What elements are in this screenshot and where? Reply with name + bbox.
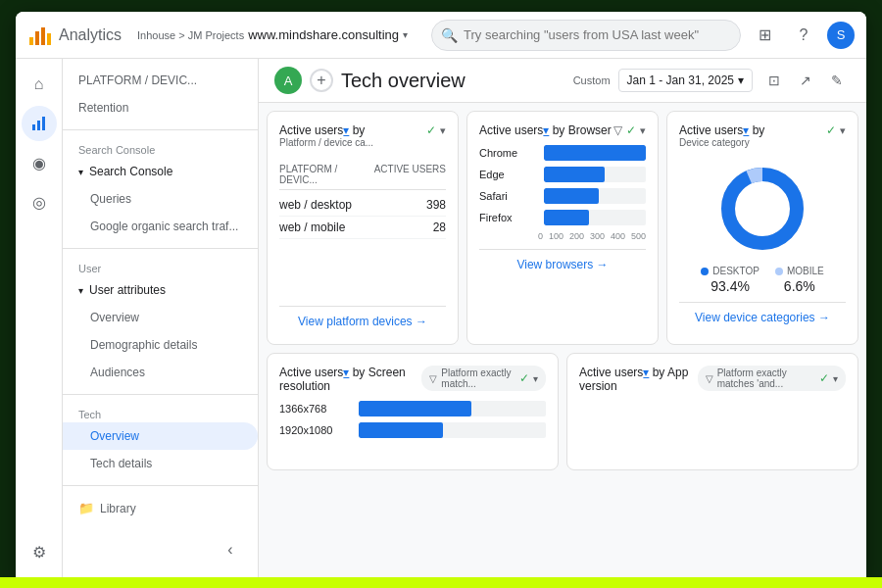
sidebar-item-audiences-label: Audiences (90, 366, 145, 379)
analytics-window: Analytics Inhouse > JM Projects www.mind… (16, 12, 866, 577)
sidebar-item-library-label: Library (100, 502, 136, 515)
user-avatar[interactable]: S (827, 22, 855, 49)
chart-screen-header: Active users▾ by Screen resolution ▽ Pla… (279, 366, 546, 393)
sidebar-item-search-console-label: Search Console (89, 165, 172, 178)
table-row-web-desktop: web / desktop 398 (279, 194, 446, 217)
sidebar-item-user-attributes[interactable]: ▾ User attributes (63, 276, 258, 304)
sidebar-divider-3 (63, 394, 258, 395)
browser-dropdown-icon: ▾ (543, 123, 549, 137)
app-filter-chip[interactable]: ▽ Platform exactly matches 'and... ✓ ▾ (698, 366, 846, 391)
sidebar-item-retention-label: Retention (78, 101, 128, 115)
sidebar-collapse-button[interactable]: ‹ (215, 534, 246, 565)
search-input[interactable] (431, 20, 741, 51)
sidebar-item-demographic[interactable]: Demographic details (63, 331, 258, 359)
sidebar-item-queries[interactable]: Queries (63, 185, 258, 213)
screen-dropdown-btn: ▾ (533, 373, 538, 384)
content-avatar[interactable]: A (274, 67, 302, 94)
platform-web-desktop-value: 398 (426, 198, 446, 212)
platform-web-mobile: web / mobile (279, 220, 433, 234)
page-title: Tech overview (341, 70, 466, 92)
nav-advertising-icon[interactable]: ◎ (22, 184, 57, 220)
nav-reports-icon[interactable] (22, 106, 57, 141)
sidebar-item-queries-label: Queries (90, 192, 131, 206)
sidebar-item-search-console[interactable]: ▾ Search Console (63, 158, 258, 185)
date-range-picker[interactable]: Jan 1 - Jan 31, 2025 ▾ (618, 69, 753, 92)
screen-filter-area: ▽ Platform exactly match... ✓ ▾ (421, 366, 546, 391)
donut-chart-container: DESKTOP 93.4% MOBILE 6.6% (679, 160, 846, 294)
sidebar-item-overview[interactable]: Overview (63, 304, 258, 331)
view-device-categories-link-area: View device categories → (679, 302, 846, 328)
chart-browser-header: Active users▾ by Browser ▽ ✓ ▾ (479, 123, 646, 137)
donut-legend: DESKTOP 93.4% MOBILE 6.6% (701, 266, 823, 294)
chart-platform-filter-btn[interactable]: ✓ ▾ (426, 123, 446, 137)
charts-grid-row2: Active users▾ by Screen resolution ▽ Pla… (259, 353, 866, 478)
content-header: A + Tech overview Custom Jan 1 - Jan 31,… (259, 59, 866, 103)
compare-icon-button[interactable]: ⊡ (760, 67, 788, 94)
grid-icon-button[interactable]: ⊞ (749, 20, 780, 51)
view-browsers-link[interactable]: View browsers → (479, 258, 646, 271)
app-filter-text: Platform exactly matches 'and... (717, 368, 815, 389)
col-platform-label: PLATFORM / DEVIC... (279, 164, 374, 185)
domain-name[interactable]: www.mindshare.consulting (248, 27, 399, 42)
sidebar-item-tech-details-label: Tech details (90, 457, 152, 470)
sidebar-item-google-organic[interactable]: Google organic search traf... (63, 213, 258, 240)
chart-platform-device: Active users▾ by Platform / device ca...… (267, 111, 459, 345)
app-dropdown-icon: ▾ (643, 366, 649, 379)
sidebar-item-transactions[interactable]: PLATFORM / DEVIC... (63, 67, 258, 94)
axis-100: 100 (549, 231, 564, 241)
sidebar-item-tech-overview[interactable]: Overview (63, 422, 258, 450)
bar-edge: Edge (479, 167, 646, 182)
axis-300: 300 (590, 231, 605, 241)
chart-app-header: Active users▾ by App version ▽ Platform … (579, 366, 846, 393)
help-icon-button[interactable]: ? (788, 20, 819, 51)
chart-app-title: Active users▾ by App version (579, 366, 698, 393)
edit-icon-button[interactable]: ✎ (823, 67, 851, 94)
sidebar-item-tech-details[interactable]: Tech details (63, 450, 258, 477)
view-platform-link-area: View platform devices → (279, 306, 446, 332)
bar-1920: 1920x1080 (279, 422, 546, 438)
top-bar-actions: ⊞ ? S (749, 20, 855, 51)
desktop-legend-label: DESKTOP (712, 266, 760, 276)
res-1366-bar-fill (359, 401, 471, 416)
view-platform-devices-link[interactable]: View platform devices → (279, 315, 446, 328)
sidebar-item-retention[interactable]: Retention (63, 94, 258, 122)
nav-home-icon[interactable]: ⌂ (22, 67, 57, 102)
chart-device-header: Active users▾ by Device category ✓ ▾ (679, 123, 846, 154)
domain-dropdown-icon[interactable]: ▾ (403, 29, 408, 40)
svg-rect-6 (42, 117, 45, 130)
nav-explore-icon[interactable]: ◉ (22, 145, 57, 180)
view-device-categories-link[interactable]: View device categories → (679, 311, 846, 324)
add-comparison-button[interactable]: + (310, 69, 333, 92)
legend-mobile: MOBILE 6.6% (775, 266, 824, 294)
bar-chrome: Chrome (479, 145, 646, 161)
svg-rect-2 (41, 27, 45, 45)
outer-frame: Analytics Inhouse > JM Projects www.mind… (0, 0, 882, 577)
sidebar-item-audiences[interactable]: Audiences (63, 359, 258, 386)
chart-browser-filter-btn[interactable]: ▽ ✓ ▾ (613, 123, 646, 137)
platform-web-mobile-value: 28 (433, 220, 446, 234)
sidebar-item-demographic-label: Demographic details (90, 338, 197, 352)
screen-dropdown-icon: ▾ (343, 366, 349, 379)
nav-settings-icon[interactable]: ⚙ (22, 534, 57, 569)
desktop-legend-value: 93.4% (710, 278, 750, 294)
donut-svg (713, 160, 811, 258)
mobile-legend-value: 6.6% (784, 278, 815, 294)
table-platform-header: PLATFORM / DEVIC... ACTIVE USERS (279, 160, 446, 190)
folder-icon: 📁 (78, 501, 94, 515)
chart-browser-title: Active users▾ by Browser (479, 123, 612, 137)
sidebar-section-user: User ▾ User attributes Overview Demograp… (63, 253, 258, 390)
sidebar-item-library[interactable]: 📁 Library (63, 494, 258, 522)
browser-axis-labels: 0 100 200 300 400 500 (479, 231, 646, 241)
chart-device-title: Active users▾ by (679, 123, 764, 137)
chart-device-filter-btn[interactable]: ✓ ▾ (826, 123, 846, 137)
sidebar-group-tech-header: Tech (63, 403, 258, 422)
share-icon-button[interactable]: ↗ (792, 67, 819, 94)
screen-filter-text: Platform exactly match... (441, 368, 515, 389)
legend-desktop-dot-row: DESKTOP (701, 266, 760, 276)
svg-rect-4 (32, 124, 35, 130)
sidebar-section-library: 📁 Library (63, 490, 258, 526)
screen-filter-chip[interactable]: ▽ Platform exactly match... ✓ ▾ (421, 366, 546, 391)
filter-funnel-2-icon: ▽ (429, 373, 437, 384)
safari-bar-fill (544, 188, 599, 204)
bar-1366: 1366x768 (279, 401, 546, 416)
